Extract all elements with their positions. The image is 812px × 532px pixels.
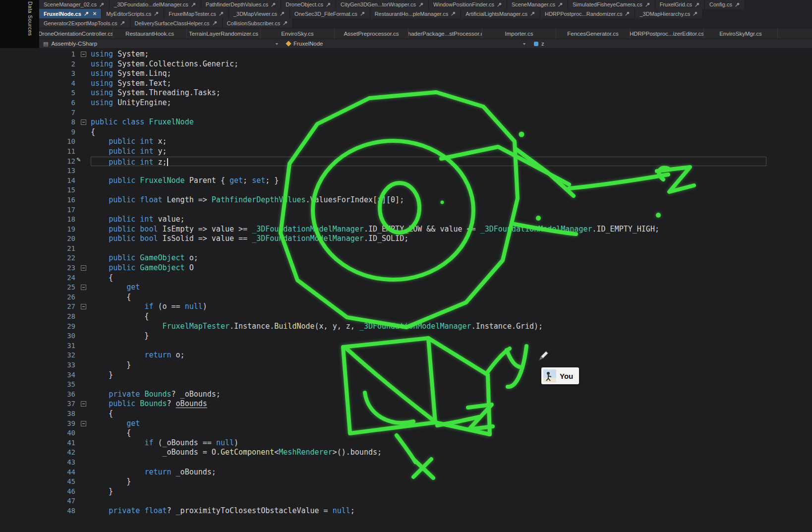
pin-icon[interactable] [497, 2, 502, 7]
tab-myeditorscripts-cs[interactable]: MyEditorScripts.cs [102, 9, 164, 18]
tab-hdrppostproc-randomizer-cs[interactable]: HDRPPostproc...Randomizer.cs [540, 9, 636, 18]
pin-icon[interactable] [326, 2, 331, 7]
pin-icon[interactable] [219, 11, 224, 16]
code-line-39[interactable]: 39 get [0, 419, 812, 429]
tab-restauranthook-cs[interactable]: RestaurantHook.cs [113, 28, 187, 39]
pin-icon[interactable] [360, 11, 365, 16]
code-line-45[interactable]: 45 } [0, 477, 812, 487]
code-line-5[interactable]: 5using System.Threading.Tasks; [0, 88, 812, 98]
tab-simulatedfisheyecamera-cs[interactable]: SimulatedFisheyeCamera.cs [568, 0, 655, 9]
breadcrumb-member-dropdown[interactable]: z [530, 39, 812, 48]
tab-3dfoundatio-delmanager-cs[interactable]: _3DFoundatio...delManager.cs [110, 0, 201, 9]
code-line-11[interactable]: 11 public int y; [0, 147, 812, 157]
fold-margin[interactable] [75, 50, 91, 59]
tab-fencesgenerator-cs[interactable]: FencesGenerator.cs [556, 28, 630, 39]
collapse-region-icon[interactable] [81, 304, 86, 309]
fold-margin[interactable] [75, 399, 91, 409]
code-line-4[interactable]: 4using System.Text; [0, 79, 812, 89]
code-line-27[interactable]: 27 if (o == null) [0, 302, 812, 312]
tab-droneorientationcontroller-cs[interactable]: DroneOrientationController.cs [39, 28, 113, 39]
pin-icon[interactable] [271, 2, 276, 7]
close-icon[interactable]: ✕ [93, 11, 97, 16]
tab-shaderpackage-stprocessor-cs[interactable]: ShaderPackage...stProcessor.cs [408, 28, 482, 39]
pin-icon[interactable] [120, 20, 125, 26]
code-line-35[interactable]: 35 [0, 380, 812, 390]
tab-citygen3dgen-torwrapper-cs[interactable]: CityGen3DGen...torWrapper.cs [336, 0, 429, 9]
breadcrumb-type-dropdown[interactable]: FruxelNode ▼ [283, 39, 530, 48]
tab-importer-cs[interactable]: Importer.cs [482, 28, 556, 39]
code-line-24[interactable]: 24 { [0, 273, 812, 283]
code-line-21[interactable]: 21 [0, 244, 812, 254]
collapse-region-icon[interactable] [81, 285, 86, 290]
tab-hdrppostproc-izereditor-cs[interactable]: HDRPPostproc...izerEditor.cs [630, 28, 704, 39]
code-line-44[interactable]: 44 return _oBounds; [0, 468, 812, 477]
code-line-1[interactable]: 1using System; [0, 50, 812, 59]
pin-icon[interactable] [212, 20, 218, 26]
code-line-2[interactable]: 2using System.Collections.Generic; [0, 59, 812, 69]
code-line-23[interactable]: 23 public GameObject O [0, 263, 812, 273]
code-line-48[interactable]: 48 private float? _proximityToClosestObs… [0, 506, 812, 516]
breadcrumb-project-dropdown[interactable]: ▤ Assembly-CSharp ▼ [39, 39, 283, 48]
tab-scenemanager-cs[interactable]: SceneManager.cs [507, 0, 568, 9]
code-line-16[interactable]: 16 public float Length => PathfinderDept… [0, 195, 812, 205]
code-line-36[interactable]: 36 private Bounds? _oBounds; [0, 390, 812, 400]
code-line-28[interactable]: 28 { [0, 312, 812, 322]
tab-scenemanager-02-cs[interactable]: SceneManager_02.cs [39, 0, 110, 9]
pin-icon[interactable] [451, 11, 456, 16]
pin-icon[interactable] [84, 11, 89, 16]
tab-config-cs[interactable]: Config.cs [705, 0, 745, 9]
code-line-30[interactable]: 30 } [0, 331, 812, 341]
code-line-37[interactable]: 37 public Bounds? oBounds [0, 399, 812, 409]
data-sources-tool-tab[interactable]: Data Sources [27, 1, 33, 36]
code-line-15[interactable]: 15 [0, 185, 812, 195]
code-line-19[interactable]: 19 public bool IsEmpty => value >= _3DFo… [0, 225, 812, 235]
tab-pathfinderdepthvalues-cs[interactable]: PathfinderDepthValues.cs [201, 0, 281, 9]
fold-margin[interactable] [75, 263, 91, 273]
collapse-region-icon[interactable] [81, 119, 86, 125]
code-line-18[interactable]: 18 public int value; [0, 215, 812, 225]
tab-droneobject-cs[interactable]: DroneObject.cs [281, 0, 336, 9]
code-line-22[interactable]: 22 public GameObject o; [0, 253, 812, 263]
code-line-31[interactable]: 31 [0, 341, 812, 351]
fold-margin[interactable] [75, 302, 91, 312]
pin-icon[interactable] [693, 11, 698, 16]
code-line-9[interactable]: 9{ [0, 127, 812, 137]
tab-enviroskymgr-cs[interactable]: EnviroSkyMgr.cs [704, 28, 778, 39]
code-line-34[interactable]: 34 } [0, 370, 812, 380]
code-line-10[interactable]: 10 public int x; [0, 137, 812, 147]
code-line-25[interactable]: 25 get [0, 283, 812, 293]
fold-margin[interactable] [75, 118, 91, 127]
code-line-41[interactable]: 41 if (_oBounds == null) [0, 438, 812, 448]
code-line-20[interactable]: 20 public bool IsSolid => value == _3DFo… [0, 234, 812, 244]
tab-3dmapviewer-cs[interactable]: _3DMapViewer.cs [229, 9, 290, 18]
tab-fruxelgrid-cs[interactable]: FruxelGrid.cs [655, 0, 705, 9]
tab-3dmaphierarchy-cs[interactable]: _3DMapHierarchy.cs [635, 9, 703, 18]
tab-onesec3d-fileformat-cs[interactable]: OneSec3D_FileFormat.cs [290, 9, 370, 18]
pin-icon[interactable] [418, 2, 424, 7]
tab-fruxelmaptester-cs[interactable]: FruxelMapTester.cs [164, 9, 229, 18]
code-line-47[interactable]: 47 [0, 496, 812, 506]
code-line-6[interactable]: 6using UnityEngine; [0, 98, 812, 108]
code-line-17[interactable]: 17 [0, 205, 812, 215]
collapse-region-icon[interactable] [81, 265, 86, 271]
tab-windowpositionfinder-cs[interactable]: WindowPositionFinder.cs [429, 0, 507, 9]
collapse-region-icon[interactable] [81, 421, 86, 426]
code-line-42[interactable]: 42 _oBounds = O.GetComponent<MeshRendere… [0, 448, 812, 458]
pin-icon[interactable] [695, 2, 700, 7]
pin-icon[interactable] [191, 2, 196, 7]
tab-terrainlayerrandomizer-cs[interactable]: TerrainLayerRandomizer.cs [187, 28, 261, 39]
pin-icon[interactable] [283, 20, 288, 26]
tab-assetpreprocessor-cs[interactable]: AssetPreprocessor.cs [335, 28, 408, 39]
tab-generator2exportmaptools-cs[interactable]: Generator2ExportMapTools.cs [39, 18, 130, 28]
pin-icon[interactable] [645, 2, 650, 7]
fold-margin[interactable] [75, 283, 91, 293]
code-line-12[interactable]: 12✎ public int z; [0, 157, 812, 167]
pin-icon[interactable] [558, 2, 563, 7]
pin-icon[interactable] [625, 11, 630, 16]
pin-icon[interactable] [99, 2, 105, 7]
code-line-26[interactable]: 26 { [0, 293, 812, 302]
pin-icon[interactable] [530, 11, 535, 16]
tab-deliverysurfaceclasshelper-cs[interactable]: DeliverySurfaceClassHelper.cs [130, 18, 223, 28]
code-line-14[interactable]: 14 public FruxelNode Parent { get; set; … [0, 176, 812, 186]
tab-fruxelnode-cs[interactable]: FruxelNode.cs✕ [39, 9, 102, 18]
